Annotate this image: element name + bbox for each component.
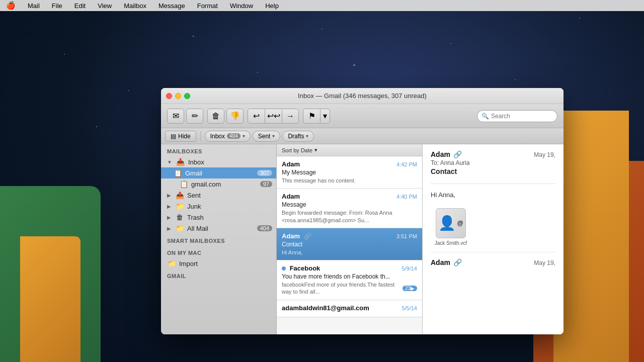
sent-label: Sent	[187, 192, 272, 199]
sent-icon: 📤	[175, 191, 184, 199]
drafts-tab[interactable]: Drafts ▾	[282, 131, 314, 142]
message-from-2: Adam	[282, 193, 300, 200]
import-icon: 📁	[167, 259, 176, 267]
menu-help[interactable]: Help	[263, 0, 281, 11]
menu-mailbox[interactable]: Mailbox	[122, 0, 148, 11]
flag-dropdown-icon: ▾	[323, 111, 327, 121]
tab-divider	[200, 131, 201, 141]
furniture-decoration-left2	[20, 236, 80, 362]
sort-bar: Sort by Date ▾	[277, 144, 422, 156]
menu-file[interactable]: File	[50, 0, 64, 11]
attachment-name: Jack Smith.vcf	[435, 240, 467, 246]
all-mail-label: All Mail	[187, 225, 254, 232]
message-preview-2: Begin forwarded message: From: Rosa Anna…	[282, 209, 417, 224]
mail-window: Inbox — Gmail (346 messages, 307 unread)…	[161, 88, 564, 334]
forward-button[interactable]: →	[282, 109, 299, 124]
detail-next-from-row: Adam 🔗 May 19,	[431, 258, 555, 266]
compose-button[interactable]: ✏	[186, 109, 203, 124]
apple-menu[interactable]: 🍎	[4, 0, 18, 11]
unread-dot-icon	[282, 266, 286, 270]
message-item-2[interactable]: Adam 4:40 PM Message Begin forwarded mes…	[277, 189, 422, 228]
sidebar: MAILBOXES ▼ 📥 Inbox 📋 Gmail 307 📋 gmail.…	[161, 144, 277, 334]
gmail-badge: 307	[257, 170, 272, 176]
message-time-5: 5/5/14	[401, 305, 417, 311]
sort-label: Sort by Date	[282, 147, 312, 153]
detail-next-attach-icon: 🔗	[453, 258, 462, 266]
junk-icon: 📁	[175, 202, 184, 210]
detail-subject: Contact	[431, 167, 555, 175]
message-header-4: Facebook 5/9/14	[282, 264, 417, 272]
message-item-3[interactable]: Adam 🔗 3:51 PM Contact Hi Anna,	[277, 228, 422, 260]
gmail-com-label: gmail.com	[191, 180, 257, 188]
sidebar-item-sent[interactable]: ▶ 📤 Sent	[161, 190, 276, 201]
search-box[interactable]: 🔍	[477, 110, 557, 122]
sidebar-item-trash[interactable]: ▶ 🗑 Trash	[161, 212, 276, 223]
flag-button[interactable]: ⚑	[303, 109, 320, 124]
forward-icon: →	[286, 112, 294, 121]
sidebar-item-import[interactable]: 📁 Import	[161, 258, 276, 269]
attachment-icon: 👤 @	[436, 208, 466, 238]
delete-button[interactable]: 🗑	[207, 109, 224, 124]
menu-mail[interactable]: Mail	[26, 0, 42, 11]
trash-label: Trash	[187, 214, 272, 221]
inbox-icon: 📥	[176, 158, 185, 166]
reply-group: ↩ ↩↩ →	[248, 109, 299, 124]
main-content: MAILBOXES ▼ 📥 Inbox 📋 Gmail 307 📋 gmail.…	[161, 144, 564, 334]
get-mail-button[interactable]: ✉	[167, 109, 184, 124]
flag-icon: ⚑	[308, 111, 315, 121]
hide-button[interactable]: ▤ Hide	[165, 131, 196, 142]
menu-format[interactable]: Format	[195, 0, 220, 11]
fb-badge: 23▶	[403, 286, 417, 291]
compose-icon: ✏	[192, 111, 198, 121]
inbox-tab[interactable]: Inbox 404 ▾	[205, 131, 251, 142]
inbox-tab-arrow: ▾	[243, 133, 245, 139]
reply-all-icon: ↩↩	[267, 111, 280, 121]
import-label: Import	[179, 260, 272, 267]
message-from-3: Adam 🔗	[282, 232, 311, 240]
message-subject-4: You have more friends on Facebook th...	[282, 273, 417, 280]
inbox-tab-label: Inbox	[210, 133, 225, 140]
message-from-4: Facebook	[282, 264, 320, 272]
sidebar-item-gmail-com[interactable]: 📋 gmail.com 97	[161, 178, 276, 190]
message-preview-3: Hi Anna,	[282, 249, 417, 256]
gmail-icon: 📋	[173, 169, 182, 177]
reply-all-button[interactable]: ↩↩	[265, 109, 282, 124]
smart-mailboxes-header: SMART MAILBOXES	[161, 234, 276, 246]
message-time-3: 3:51 PM	[396, 233, 417, 239]
gmail-com-badge: 97	[260, 181, 272, 187]
flag-dropdown-button[interactable]: ▾	[320, 109, 330, 124]
sidebar-item-junk[interactable]: ▶ 📁 Junk	[161, 201, 276, 212]
message-item-4[interactable]: Facebook 5/9/14 You have more friends on…	[277, 260, 422, 300]
menu-window[interactable]: Window	[228, 0, 255, 11]
junk-button[interactable]: 👎	[226, 109, 244, 124]
sidebar-item-inbox[interactable]: ▼ 📥 Inbox	[161, 156, 276, 167]
message-item-1[interactable]: Adam 4:42 PM My Message This message has…	[277, 156, 422, 189]
search-input[interactable]	[491, 113, 551, 120]
sent-tab[interactable]: Sent ▾	[253, 131, 281, 142]
detail-header: Adam 🔗 May 19, To: Anna Auria Contact	[431, 150, 555, 184]
attachment-indicator-icon: 🔗	[304, 233, 311, 240]
sidebar-item-all-mail[interactable]: ▶ 📁 All Mail 404	[161, 223, 276, 234]
menu-view[interactable]: View	[96, 0, 114, 11]
message-from-5: adambaldwin81@gmail.com	[282, 304, 369, 312]
sidebar-item-gmail[interactable]: 📋 Gmail 307	[161, 167, 276, 178]
close-button[interactable]	[166, 93, 172, 99]
gmail-com-icon: 📋	[179, 180, 188, 188]
all-mail-badge: 404	[257, 225, 272, 231]
maximize-button[interactable]	[184, 93, 190, 99]
detail-sender-name: Adam	[431, 150, 450, 158]
drafts-tab-label: Drafts	[288, 133, 304, 140]
toolbar: ✉ ✏ 🗑 👎 ↩ ↩↩ →	[161, 104, 564, 128]
message-subject-1: My Message	[282, 169, 417, 176]
menu-edit[interactable]: Edit	[72, 0, 88, 11]
minimize-button[interactable]	[175, 93, 181, 99]
on-my-mac-header: ON MY MAC	[161, 246, 276, 258]
drafts-tab-arrow: ▾	[306, 133, 308, 139]
message-item-5[interactable]: adambaldwin81@gmail.com 5/5/14	[277, 300, 422, 317]
delete-group: 🗑 👎	[207, 109, 244, 124]
reply-button[interactable]: ↩	[248, 109, 265, 124]
message-from-1: Adam	[282, 160, 300, 168]
detail-body: Hi Anna,	[431, 190, 555, 200]
inbox-tab-count: 404	[227, 133, 240, 139]
menu-message[interactable]: Message	[156, 0, 187, 11]
